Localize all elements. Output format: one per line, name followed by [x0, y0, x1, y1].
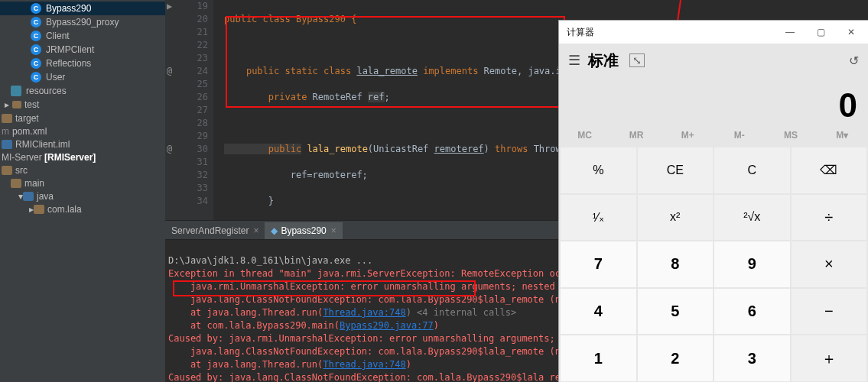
- proj-iml[interactable]: RMIClient.iml: [0, 138, 165, 151]
- proj-src[interactable]: src: [0, 163, 165, 176]
- tree-label: Bypass290_proxy: [46, 17, 119, 28]
- line-number: 24: [197, 65, 208, 78]
- tree-item-client[interactable]: CClient: [0, 29, 165, 43]
- proj-pom[interactable]: mpom.xml: [0, 125, 165, 138]
- maximize-button[interactable]: ▢: [805, 21, 836, 44]
- override-icon[interactable]: @: [167, 65, 172, 78]
- t: }: [224, 196, 274, 206]
- key-plus[interactable]: ＋: [792, 335, 867, 381]
- t: ;: [385, 92, 390, 102]
- tree-item-bypass290-proxy[interactable]: CBypass290_proxy: [0, 15, 165, 29]
- key-5[interactable]: 5: [638, 289, 714, 335]
- tab-server-and-register[interactable]: ServerAndRegister×: [165, 222, 265, 239]
- mem-mc[interactable]: MC: [559, 125, 610, 146]
- proj-target[interactable]: target: [0, 112, 165, 125]
- key-1[interactable]: 1: [561, 335, 636, 381]
- label: RMIClient.iml: [15, 139, 70, 150]
- mem-mlist[interactable]: M▾: [817, 125, 868, 146]
- code-line: public class Bypass290 {: [224, 14, 356, 24]
- t: RemoteRef: [313, 92, 368, 102]
- mem-mr[interactable]: MR: [610, 125, 662, 146]
- label: MI-Server: [2, 152, 42, 163]
- key-square[interactable]: x²: [638, 195, 714, 241]
- line-number: 27: [197, 104, 208, 117]
- key-minus[interactable]: −: [792, 289, 867, 335]
- stack-link[interactable]: Thread.java:748: [323, 359, 405, 370]
- tree-item-reflections[interactable]: CReflections: [0, 57, 165, 70]
- tab-bypass290[interactable]: ◆Bypass290×: [265, 222, 342, 239]
- tree-label: Bypass290: [46, 3, 91, 14]
- c: at java.lang.Thread.run(: [168, 307, 323, 318]
- close-button[interactable]: ✕: [836, 21, 866, 44]
- mem-mplus[interactable]: M+: [662, 125, 714, 146]
- fold-column[interactable]: [213, 0, 224, 220]
- key-c[interactable]: C: [714, 147, 790, 193]
- c: ): [406, 359, 411, 370]
- tree-folder-test[interactable]: ▸ test: [0, 98, 165, 112]
- t: lala_remote: [301, 144, 368, 154]
- key-6[interactable]: 6: [714, 289, 790, 335]
- mem-ms[interactable]: MS: [765, 125, 816, 146]
- window-title: 计算器: [567, 26, 594, 39]
- calculator-window[interactable]: 计算器 — ▢ ✕ ☰ 标准 ⤡ ↺ 0 MC MR M+ M- MS M▾ %…: [558, 20, 868, 382]
- line-number: 29: [197, 130, 208, 143]
- proj-main[interactable]: main: [0, 176, 165, 189]
- t: ref=remoteref;: [224, 170, 368, 180]
- key-ce[interactable]: CE: [638, 147, 714, 193]
- key-backspace[interactable]: ⌫: [792, 147, 867, 193]
- label: pom.xml: [12, 126, 47, 137]
- hamburger-icon[interactable]: ☰: [568, 52, 580, 69]
- key-sqrt[interactable]: ²√x: [714, 195, 790, 241]
- stack-link[interactable]: Bypass290.java:77: [340, 320, 434, 331]
- label: java: [37, 191, 54, 202]
- key-4[interactable]: 4: [561, 289, 636, 335]
- label: com.lala: [47, 204, 82, 215]
- line-number: 19: [197, 0, 208, 13]
- key-8[interactable]: 8: [638, 241, 714, 287]
- key-divide[interactable]: ÷: [792, 195, 867, 241]
- t: ): [484, 144, 495, 154]
- calc-mode: 标准: [588, 50, 619, 71]
- key-reciprocal[interactable]: ¹⁄ₓ: [561, 195, 636, 241]
- project-panel: target mpom.xml RMIClient.iml MI-Server …: [0, 112, 165, 215]
- run-gutter-icon[interactable]: ▶: [167, 0, 172, 13]
- close-icon[interactable]: ×: [253, 225, 258, 236]
- line-number: 20: [197, 13, 208, 26]
- minimize-button[interactable]: —: [775, 21, 805, 44]
- display-value: 0: [839, 86, 857, 125]
- line-number: 31: [197, 156, 208, 169]
- calc-display: 0: [559, 77, 868, 125]
- t: private: [224, 92, 313, 102]
- line-number: 21: [197, 26, 208, 39]
- key-percent[interactable]: %: [561, 147, 636, 193]
- override-icon[interactable]: @: [167, 143, 172, 156]
- proj-pkg[interactable]: ▸ com.lala: [0, 202, 165, 215]
- tree-item-bypass290[interactable]: CBypass290: [0, 2, 165, 15]
- history-icon[interactable]: ↺: [849, 53, 859, 68]
- key-multiply[interactable]: ×: [792, 241, 867, 287]
- key-7[interactable]: 7: [561, 241, 636, 287]
- label: src: [15, 165, 28, 176]
- tree-item-user[interactable]: CUser: [0, 70, 165, 84]
- key-9[interactable]: 9: [714, 241, 790, 287]
- key-2[interactable]: 2: [638, 335, 714, 381]
- tree-folder-resources[interactable]: resources: [0, 84, 165, 98]
- key-3[interactable]: 3: [714, 335, 790, 381]
- t: remoteref: [434, 144, 484, 154]
- mem-mminus[interactable]: M-: [714, 125, 765, 146]
- t: (UnicastRef: [368, 144, 434, 154]
- stack-link[interactable]: Thread.java:748: [323, 307, 405, 318]
- c: java.lang.ClassNotFoundException: com.la…: [168, 294, 544, 305]
- keep-on-top-icon[interactable]: ⤡: [629, 53, 645, 67]
- t: public: [246, 66, 279, 76]
- tab-label: Bypass290: [281, 225, 326, 236]
- t: lala_remote: [356, 66, 417, 76]
- label: [RMIServer]: [44, 152, 96, 163]
- proj-java[interactable]: ▾ java: [0, 189, 165, 202]
- label: main: [24, 178, 44, 189]
- proj-server[interactable]: MI-Server [RMIServer]: [0, 151, 165, 163]
- calc-titlebar[interactable]: 计算器 — ▢ ✕: [559, 21, 868, 44]
- tree-item-jrmpclient[interactable]: CJRMPClient: [0, 43, 165, 57]
- tree-label: JRMPClient: [46, 44, 94, 55]
- close-icon[interactable]: ×: [331, 225, 336, 236]
